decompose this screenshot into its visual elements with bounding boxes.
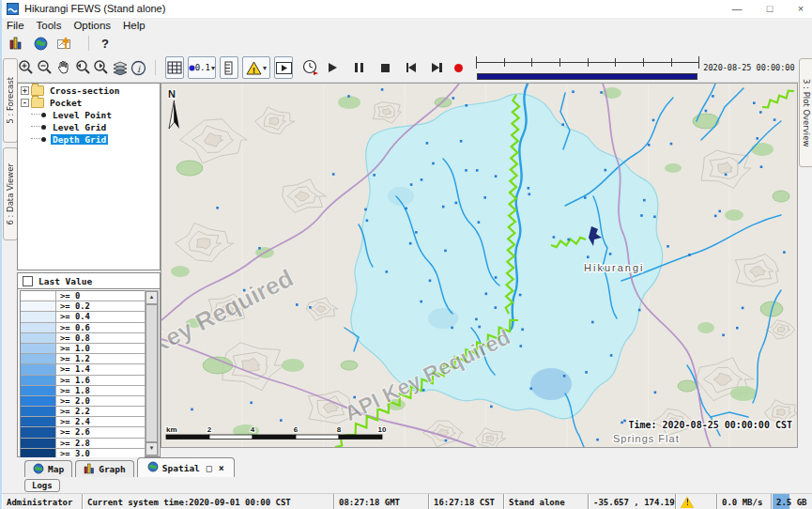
- skip-to-start-button[interactable]: [404, 58, 419, 77]
- status-cell: Stand alone: [504, 494, 589, 509]
- tab-spatial[interactable]: Spatial□×: [137, 457, 235, 477]
- tree-item-label[interactable]: Pocket: [48, 98, 84, 108]
- skip-to-end-button[interactable]: [430, 58, 445, 77]
- logs-button[interactable]: Logs: [24, 479, 60, 492]
- legend-color-swatch: [21, 301, 56, 311]
- minimize-button[interactable]: —: [721, 0, 753, 17]
- legend-color-swatch: [21, 354, 56, 363]
- tab-plot-overview[interactable]: 3 : Plot Overview: [799, 58, 812, 167]
- tab-close-icon[interactable]: ×: [219, 463, 224, 473]
- status-cell: 0.0 MB/s: [717, 494, 772, 509]
- place-label-hikurangi: Hikurangi: [584, 262, 644, 273]
- status-cell: Administrator: [2, 494, 83, 509]
- legend-row: >= 3.0: [21, 449, 145, 457]
- status-warning-cell: [676, 494, 717, 509]
- tree-item[interactable]: +Cross-section: [21, 85, 160, 96]
- zoom-in-icon[interactable]: [18, 58, 35, 77]
- legend-row-label: >= 2.6: [56, 427, 145, 437]
- map-canvas[interactable]: API Key RequiredAPI Key Required Hikuran…: [161, 84, 797, 447]
- pan-hand-icon[interactable]: [55, 58, 72, 77]
- timeline-tick: [559, 58, 560, 67]
- thresholds-warning-dropdown[interactable]: ! ▾: [242, 56, 270, 79]
- legend-row: >= 0.4: [21, 312, 145, 322]
- tab-forecast[interactable]: 5 : Forecast: [3, 58, 18, 143]
- legend-row: >= 1.8: [21, 386, 145, 396]
- menu-tools[interactable]: Tools: [37, 20, 70, 31]
- zoom-next-icon[interactable]: [93, 58, 110, 77]
- map-globe-icon[interactable]: [32, 36, 49, 51]
- export-animation-icon[interactable]: [302, 58, 319, 77]
- tab-maximize-icon[interactable]: □: [207, 463, 212, 473]
- profile-editor-icon[interactable]: [56, 36, 73, 51]
- timeline-tick: [588, 58, 589, 67]
- grid-display-button[interactable]: [165, 56, 184, 79]
- marker-size-value: 0.1: [195, 63, 210, 72]
- tab-label: Map: [48, 464, 64, 474]
- legend-color-swatch: [21, 312, 56, 321]
- collapse-icon[interactable]: -: [21, 99, 29, 107]
- scroll-down-icon[interactable]: ▼: [146, 442, 158, 455]
- folder-icon: [31, 98, 44, 108]
- stop-button[interactable]: [377, 58, 392, 77]
- pause-button[interactable]: [352, 58, 367, 77]
- tree-item-label[interactable]: Level Grid: [51, 122, 108, 132]
- zoom-previous-icon[interactable]: [74, 58, 91, 77]
- scrollbar-thumb[interactable]: [146, 304, 158, 442]
- close-button[interactable]: ×: [785, 0, 812, 17]
- legend-scrollbar[interactable]: ▲ ▼: [145, 290, 159, 456]
- legend-row-label: >= 1.4: [56, 364, 145, 374]
- globe-icon: [147, 461, 159, 474]
- warning-icon[interactable]: [681, 497, 694, 508]
- logs-row: Logs: [17, 477, 812, 493]
- time-slider[interactable]: [476, 55, 698, 80]
- database-chart-icon[interactable]: [8, 36, 24, 51]
- tree-item[interactable]: Level Point: [31, 109, 160, 120]
- svg-text:2: 2: [207, 425, 212, 434]
- info-icon[interactable]: i: [130, 58, 146, 77]
- toolbar-separator: [155, 60, 156, 75]
- map-time-label: Time: 2020-08-25 00:00:00 CST: [628, 420, 792, 430]
- expand-icon[interactable]: +: [21, 86, 29, 95]
- svg-text:4: 4: [251, 425, 255, 434]
- legend-row-label: >= 0.4: [56, 312, 145, 321]
- help-icon[interactable]: ?: [97, 36, 114, 51]
- time-slider-range[interactable]: [477, 73, 697, 80]
- map-view[interactable]: API Key RequiredAPI Key Required Hikuran…: [161, 83, 798, 448]
- legend-scale-button[interactable]: [220, 56, 238, 79]
- menu-options[interactable]: Options: [73, 20, 119, 31]
- play-button[interactable]: [326, 58, 341, 77]
- status-cell: 2.5 GB: [772, 494, 812, 509]
- tree-item[interactable]: Level Grid: [31, 121, 160, 132]
- menu-help[interactable]: Help: [123, 20, 154, 31]
- tree-item-label[interactable]: Cross-section: [48, 85, 121, 96]
- legend-row: >= 2.6: [21, 427, 145, 438]
- map-toolbar: i 0.1 ▾ ! ▾ 2020-08-25 00:00:00 CST: [17, 54, 812, 83]
- tab-graph[interactable]: Graph: [75, 460, 134, 477]
- tree-item[interactable]: -Pocket: [21, 97, 160, 108]
- layers-icon[interactable]: [112, 58, 129, 77]
- tab-map[interactable]: Map: [24, 460, 72, 477]
- zoom-out-icon[interactable]: [37, 58, 54, 77]
- tab-data-viewer[interactable]: 6 : Data Viewer: [3, 147, 18, 240]
- marker-size-dropdown[interactable]: 0.1 ▾: [188, 56, 216, 79]
- legend-row: >= 1.6: [21, 376, 145, 386]
- timeline-tick: [531, 58, 532, 67]
- legend-row-label: >= 2.8: [56, 439, 145, 448]
- timeline-tick: [615, 58, 616, 67]
- dropdown-caret-icon: ▾: [263, 64, 267, 72]
- menu-file[interactable]: File: [7, 20, 33, 31]
- tab-label: Graph: [99, 464, 126, 474]
- svg-text:!: !: [253, 65, 255, 74]
- last-value-checkbox[interactable]: [23, 276, 33, 286]
- chart-icon: [84, 463, 95, 476]
- tree-item[interactable]: Depth Grid: [31, 133, 160, 145]
- legend-row: >= 2.8: [21, 439, 145, 449]
- tree-item-label[interactable]: Depth Grid: [51, 134, 108, 145]
- scroll-up-icon[interactable]: ▲: [146, 291, 158, 304]
- record-button[interactable]: [451, 58, 466, 77]
- movie-player-button[interactable]: [274, 56, 293, 79]
- layer-tree: +Cross-section-PocketLevel PointLevel Gr…: [17, 83, 161, 270]
- maximize-button[interactable]: □: [754, 0, 786, 17]
- toolbar-separator: [88, 36, 89, 51]
- tree-item-label[interactable]: Level Point: [51, 110, 114, 120]
